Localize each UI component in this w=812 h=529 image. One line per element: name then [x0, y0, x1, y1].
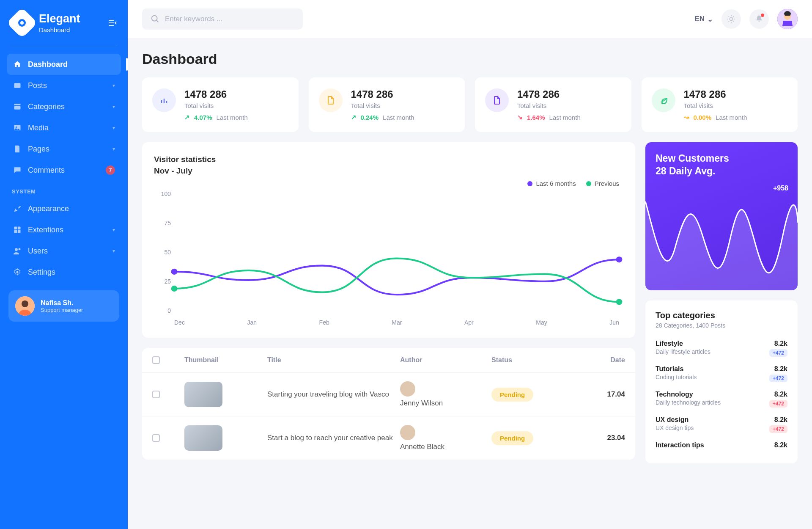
trend-period: Last month: [217, 114, 248, 121]
row-checkbox[interactable]: [152, 391, 160, 398]
nav-label: Pages: [28, 145, 107, 154]
nav-label: Extentions: [28, 226, 107, 234]
trend-arrow-icon: ↗: [351, 113, 357, 121]
comments-icon: [13, 165, 22, 175]
home-icon: [13, 60, 22, 69]
nav-label: Categories: [28, 102, 107, 111]
category-row[interactable]: LifestyleDaily lifestyle articles 8.2k+4…: [656, 336, 787, 361]
stat-label: Total visits: [351, 102, 414, 109]
top-categories-panel: Top categories 28 Categories, 1400 Posts…: [645, 300, 798, 463]
x-tick: Mar: [392, 319, 402, 326]
post-thumbnail: [184, 382, 222, 407]
author-avatar: [400, 381, 415, 397]
sidebar-item-pages[interactable]: Pages ▾: [7, 138, 121, 160]
x-tick: May: [536, 319, 547, 326]
language-selector[interactable]: EN ⌄: [694, 15, 713, 24]
svg-rect-8: [18, 230, 21, 233]
category-badge: +472: [769, 400, 787, 408]
col-author: Author: [400, 356, 485, 364]
category-value: 8.2k: [769, 365, 787, 373]
promo-title-2: 28 Daily Avg.: [656, 165, 787, 178]
notifications-button[interactable]: [749, 9, 769, 29]
stat-label: Total visits: [684, 102, 747, 109]
posts-icon: [13, 81, 22, 90]
bars-icon: [152, 88, 176, 112]
chart-legend: Last 6 monthsPrevious: [154, 180, 619, 187]
promo-delta: +958: [773, 185, 788, 192]
theme-toggle-button[interactable]: [721, 9, 741, 29]
nav-label: Media: [28, 124, 107, 132]
x-tick: Feb: [319, 319, 329, 326]
post-title: Starting your traveling blog with Vasco: [267, 390, 393, 399]
trend-pct: 1.64%: [527, 114, 545, 121]
author-name: Jenny Wilson: [400, 399, 485, 408]
stat-card: 1478 286 Total visits ↝ 0.00% Last month: [642, 77, 798, 132]
sidebar-item-categories[interactable]: Categories ▾: [7, 96, 121, 117]
svg-point-13: [22, 300, 28, 307]
sidebar-item-comments[interactable]: Comments 7: [7, 160, 121, 181]
user-name: Nafisa Sh.: [41, 299, 83, 307]
category-desc: UX design tips: [656, 424, 694, 431]
post-date: 17.04: [574, 390, 625, 399]
sidebar-item-users[interactable]: Users ▾: [7, 240, 121, 262]
sidebar-item-extensions[interactable]: Extentions ▾: [7, 219, 121, 240]
sidebar-item-appearance[interactable]: Appearance: [7, 198, 121, 219]
profile-avatar-button[interactable]: [777, 9, 798, 29]
post-date: 23.04: [574, 434, 625, 442]
category-name: Interaction tips: [656, 441, 704, 449]
chart-line: [174, 259, 619, 295]
table-header-row: Thumbnail Title Author Status Date: [142, 348, 635, 372]
chevron-down-icon: ▾: [112, 146, 115, 152]
sidebar-item-media[interactable]: Media ▾: [7, 117, 121, 138]
x-tick: Jun: [609, 319, 619, 326]
sidebar-item-settings[interactable]: Settings: [7, 262, 121, 283]
chart-plot: [174, 193, 619, 314]
x-tick: Dec: [174, 319, 185, 326]
category-row[interactable]: TutorialsCoding tutorials 8.2k+472: [656, 361, 787, 386]
post-title: Start a blog to reach your creative peak: [267, 434, 393, 442]
search-input[interactable]: [165, 15, 294, 23]
author-name: Annette Black: [400, 443, 485, 451]
x-tick: Apr: [464, 319, 474, 326]
stat-value: 1478 286: [184, 88, 248, 100]
svg-point-10: [19, 248, 21, 250]
notification-dot: [761, 14, 764, 17]
category-value: 8.2k: [769, 391, 787, 398]
chart-title: Visitor statistics: [154, 154, 623, 165]
sidebar-item-dashboard[interactable]: Dashboard: [7, 54, 121, 75]
trend-pct: 4.07%: [194, 114, 212, 121]
legend-dot: [586, 181, 591, 186]
sidebar-collapse-button[interactable]: [108, 19, 117, 26]
category-row[interactable]: UX designUX design tips 8.2k+472: [656, 412, 787, 437]
search-icon: [151, 14, 160, 24]
extensions-icon: [13, 225, 22, 234]
chart-subtitle: Nov - July: [154, 165, 623, 177]
category-row[interactable]: TechnologyDailly technology articles 8.2…: [656, 386, 787, 412]
user-role: Support manager: [41, 307, 83, 313]
page-title: Dashboard: [142, 51, 798, 67]
nav-label: Settings: [28, 268, 115, 277]
trend-period: Last month: [549, 114, 581, 121]
svg-rect-6: [18, 227, 21, 230]
col-thumbnail: Thumbnail: [184, 356, 261, 364]
new-customers-panel: New Customers 28 Daily Avg. +958: [645, 142, 798, 290]
col-date: Date: [574, 356, 625, 364]
trend-pct: 0.24%: [361, 114, 379, 121]
sidebar-item-posts[interactable]: Posts ▾: [7, 75, 121, 96]
trend-pct: 0.00%: [694, 114, 712, 121]
svg-point-4: [16, 127, 17, 128]
row-checkbox[interactable]: [152, 434, 160, 442]
svg-point-14: [152, 16, 157, 21]
table-row[interactable]: Start a blog to reach your creative peak…: [142, 416, 635, 460]
search-box[interactable]: [142, 8, 303, 30]
select-all-checkbox[interactable]: [152, 356, 160, 364]
chart-point: [171, 269, 178, 275]
y-axis-labels: 1007550250: [154, 190, 171, 314]
category-badge: +472: [769, 349, 787, 357]
category-name: Lifestyle: [656, 340, 710, 347]
category-row[interactable]: Interaction tips 8.2k: [656, 437, 787, 453]
promo-title-1: New Customers: [656, 152, 787, 165]
table-row[interactable]: Starting your traveling blog with Vasco …: [142, 372, 635, 416]
stat-label: Total visits: [184, 102, 248, 109]
sidebar-user-card[interactable]: Nafisa Sh. Support manager: [8, 290, 119, 322]
